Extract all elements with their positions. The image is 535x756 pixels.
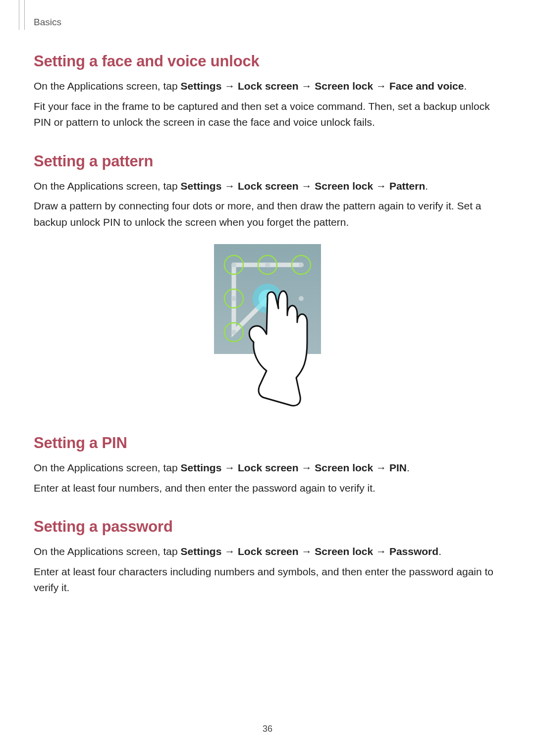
nav-path-pattern: On the Applications screen, tap Settings… <box>34 178 501 195</box>
heading-pin: Setting a PIN <box>34 434 501 452</box>
arrow-icon: → <box>376 180 386 192</box>
arrow-icon: → <box>376 462 386 473</box>
arrow-icon: → <box>301 80 312 92</box>
arrow-icon: → <box>224 462 235 473</box>
path-part: Face and voice <box>389 80 464 92</box>
heading-password: Setting a password <box>34 518 501 536</box>
path-part: Screen lock <box>315 180 373 192</box>
path-part: Screen lock <box>315 546 373 557</box>
arrow-icon: → <box>301 180 312 192</box>
path-part: Settings <box>181 546 222 557</box>
section-password: Setting a password On the Applications s… <box>34 518 501 596</box>
illustration-container <box>34 244 501 412</box>
path-part: Settings <box>181 462 222 473</box>
path-part: Settings <box>181 80 222 92</box>
body-text: Enter at least four characters including… <box>34 564 501 596</box>
body-text: Draw a pattern by connecting four dots o… <box>34 198 501 230</box>
header-rule-decoration <box>19 0 25 30</box>
path-suffix: . <box>464 80 467 92</box>
header-breadcrumb: Basics <box>34 17 61 28</box>
path-suffix: . <box>438 546 441 557</box>
arrow-icon: → <box>376 546 386 557</box>
path-prefix: On the Applications screen, tap <box>34 546 181 557</box>
path-prefix: On the Applications screen, tap <box>34 80 181 92</box>
pattern-illustration <box>214 244 321 412</box>
arrow-icon: → <box>224 546 235 557</box>
path-prefix: On the Applications screen, tap <box>34 462 181 473</box>
section-pattern: Setting a pattern On the Applications sc… <box>34 152 501 413</box>
svg-point-10 <box>231 330 236 335</box>
arrow-icon: → <box>224 180 235 192</box>
path-part: Lock screen <box>238 80 299 92</box>
hand-pointing-icon <box>238 283 347 411</box>
section-pin: Setting a PIN On the Applications screen… <box>34 434 501 496</box>
path-suffix: . <box>407 462 410 473</box>
nav-path-password: On the Applications screen, tap Settings… <box>34 544 501 560</box>
path-part: Pattern <box>389 180 425 192</box>
path-part: Lock screen <box>238 462 299 473</box>
path-part: PIN <box>389 462 407 473</box>
path-part: Settings <box>181 180 222 192</box>
svg-point-7 <box>231 296 236 301</box>
path-part: Password <box>389 546 438 557</box>
path-part: Screen lock <box>315 80 373 92</box>
arrow-icon: → <box>301 546 312 557</box>
heading-face-voice: Setting a face and voice unlock <box>34 52 501 70</box>
svg-point-3 <box>265 262 270 267</box>
nav-path-pin: On the Applications screen, tap Settings… <box>34 460 501 476</box>
arrow-icon: → <box>224 80 235 92</box>
body-text: Fit your face in the frame to be capture… <box>34 99 501 131</box>
path-prefix: On the Applications screen, tap <box>34 180 181 192</box>
section-face-voice: Setting a face and voice unlock On the A… <box>34 52 501 131</box>
path-part: Screen lock <box>315 462 373 473</box>
svg-point-1 <box>231 262 236 267</box>
arrow-icon: → <box>301 462 312 473</box>
svg-point-5 <box>299 262 304 267</box>
nav-path-face-voice: On the Applications screen, tap Settings… <box>34 78 501 95</box>
arrow-icon: → <box>376 80 386 92</box>
heading-pattern: Setting a pattern <box>34 152 501 170</box>
body-text: Enter at least four numbers, and then en… <box>34 480 501 497</box>
path-part: Lock screen <box>238 180 299 192</box>
path-suffix: . <box>425 180 428 192</box>
path-part: Lock screen <box>238 546 299 557</box>
page-content: Setting a face and voice unlock On the A… <box>34 52 501 618</box>
page-number: 36 <box>0 724 535 734</box>
